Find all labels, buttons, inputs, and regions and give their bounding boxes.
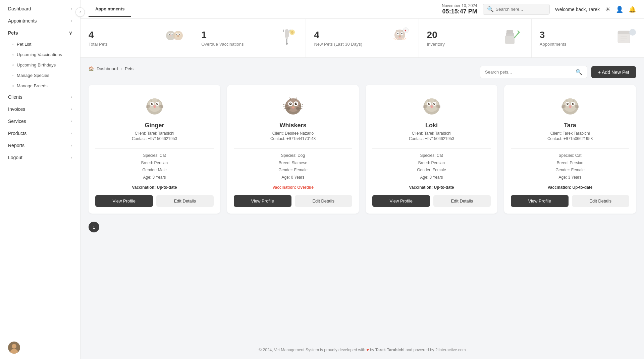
pet-avatar-ginger [143,93,167,117]
sidebar-sub-item-manage-breeds[interactable]: Manage Breeds [0,81,80,91]
sidebar-collapse-button[interactable]: ‹ [75,7,85,17]
stat-new-pets-number: 4 [314,30,362,40]
pet-card-actions-ginger: View Profile Edit Details [95,195,214,207]
svg-point-32 [399,37,400,38]
sidebar-item-label: Pets [8,30,18,36]
svg-point-7 [169,34,170,35]
stat-total-pets: 4 Total Pets [80,19,193,57]
svg-point-21 [286,43,288,45]
sidebar-user-profile[interactable] [0,336,80,359]
search-bar[interactable]: 🔍 [483,4,550,15]
svg-text:+: + [631,30,633,35]
topbar-left: Appointments [89,2,131,17]
chevron-right-icon: › [71,6,72,11]
sidebar-sub-item-manage-species[interactable]: Manage Species [0,70,80,81]
edit-details-button-ginger[interactable]: Edit Details [156,195,214,207]
svg-point-66 [294,103,297,105]
svg-point-85 [429,103,430,104]
svg-point-84 [433,103,435,105]
svg-point-101 [568,103,568,104]
pet-name-whiskers: Whiskers [279,122,306,129]
svg-point-104 [569,106,571,108]
topbar-date: November 10, 2024 [442,3,477,8]
sidebar-item-label: Appointments [8,18,37,24]
sidebar-nav: Dashboard › Appointments › Pets ∨ Pet Li… [0,0,80,336]
sun-icon[interactable]: ☀ [605,6,610,13]
svg-point-29 [397,33,398,34]
tab-appointments[interactable]: Appointments [89,2,131,17]
breadcrumb-dashboard[interactable]: Dashboard [97,66,118,71]
sidebar-sub-item-upcoming-vaccinations[interactable]: Upcoming Vaccinations [0,49,80,60]
pets-grid: Ginger Client: Tarek Tarabichi Contact: … [89,85,636,214]
new-pets-stat-icon: ♥ [389,26,411,51]
appointments-stat-icon: + [614,26,636,51]
footer-text-by: by [370,348,374,352]
pagination: 1 [89,222,636,232]
sidebar-item-logout[interactable]: Logout › [0,151,80,164]
svg-point-51 [152,103,153,104]
svg-point-71 [286,107,290,110]
stat-overdue-number: 1 [201,30,244,40]
view-profile-button-ginger[interactable]: View Profile [95,195,153,207]
stat-appointments-number: 3 [540,30,567,40]
stat-overdue-vaccinations: 1 Overdue Vaccinations ⚙ [193,19,306,57]
breadcrumb: 🏠 Dashboard › Pets [89,66,133,71]
stats-bar: 4 Total Pets [80,19,644,58]
svg-point-8 [172,34,173,35]
svg-point-83 [428,103,430,105]
stat-appointments-label: Appointments [540,42,567,47]
sidebar-item-label: Reports [8,143,24,148]
edit-details-button-loki[interactable]: Edit Details [433,195,491,207]
sidebar-item-label: Products [8,131,26,136]
vaccination-status-loki: Vaccination: Up-to-date [409,185,454,190]
chevron-right-icon: › [71,95,72,99]
pet-name-loki: Loki [425,122,438,129]
pets-search-bar[interactable]: 🔍 [480,66,587,78]
vaccination-status-whiskers: Vaccination: Overdue [272,185,314,190]
svg-rect-39 [618,31,630,34]
sidebar-item-pets[interactable]: Pets ∨ [0,27,80,39]
add-new-pet-button[interactable]: + Add New Pet [591,66,636,78]
pet-contact-ginger: Contact: +971506621953 [132,136,177,141]
sidebar-item-products[interactable]: Products › [0,127,80,139]
sidebar-item-reports[interactable]: Reports › [0,139,80,151]
view-profile-button-whiskers[interactable]: View Profile [234,195,291,207]
svg-point-1 [12,344,16,349]
pets-search-input[interactable] [485,70,573,75]
main-content: Appointments November 10, 2024 05:15:47 … [80,0,644,359]
svg-rect-19 [285,30,289,37]
sidebar-item-services[interactable]: Services › [0,115,80,127]
svg-point-68 [296,103,296,104]
sidebar-item-clients[interactable]: Clients › [0,91,80,103]
pet-name-tara: Tara [564,122,576,129]
svg-point-30 [401,33,402,34]
svg-point-15 [179,34,180,35]
vaccination-stat-icon: ⚙ [276,26,298,51]
sidebar-sub-item-pet-list[interactable]: Pet List [0,39,80,49]
view-profile-button-tara[interactable]: View Profile [511,195,569,207]
footer: © 2024, Vet Management System is proudly… [80,341,644,359]
edit-details-button-tara[interactable]: Edit Details [572,195,630,207]
sidebar-item-appointments[interactable]: Appointments › [0,15,80,27]
welcome-message: Welcome back, Tarek [555,7,600,12]
user-circle-icon[interactable]: 👤 [616,6,623,13]
svg-point-49 [151,103,153,105]
page-1-button[interactable]: 1 [89,222,99,232]
bell-icon[interactable]: 🔔 [629,6,636,13]
pet-client-ginger: Client: Tarek Tarabichi [135,131,174,136]
edit-details-button-whiskers[interactable]: Edit Details [295,195,353,207]
sidebar-item-invoices[interactable]: Invoices › [0,103,80,115]
pet-card-whiskers: Whiskers Client: Desiree Nazario Contact… [227,85,359,214]
pet-card-actions-tara: View Profile Edit Details [511,195,629,207]
svg-point-16 [177,35,179,37]
stat-total-pets-label: Total Pets [89,42,108,47]
topbar-time: 05:15:47 PM [442,8,477,15]
svg-point-9 [170,35,171,36]
sidebar-item-dashboard[interactable]: Dashboard › [0,3,80,15]
search-input[interactable] [496,7,545,12]
svg-rect-37 [506,30,513,34]
svg-rect-35 [505,36,515,44]
view-profile-button-loki[interactable]: View Profile [372,195,430,207]
sidebar-sub-item-upcoming-birthdays[interactable]: Upcoming Birthdays [0,60,80,70]
pet-client-whiskers: Client: Desiree Nazario [272,131,314,136]
